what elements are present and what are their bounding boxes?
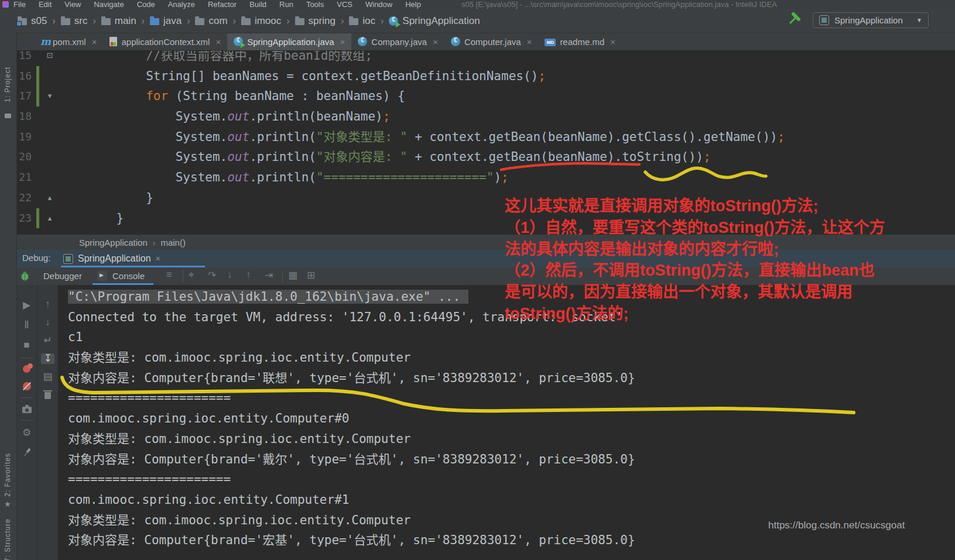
active-tab-underline [93,283,153,285]
build-hammer-icon[interactable] [788,11,802,28]
close-icon[interactable] [431,37,438,47]
breadcrumb-class[interactable]: SpringApplication [79,238,148,248]
thread-dump-camera-button[interactable] [22,407,32,413]
stop-button[interactable]: ■ [23,340,29,351]
menu-analyze[interactable]: Analyze [168,0,195,9]
run-to-cursor-icon[interactable]: ⇥ [265,269,273,281]
code-text: } [87,188,153,208]
menu-vcs[interactable]: VCS [337,0,352,9]
token: System. [87,109,227,123]
code-line[interactable]: 19 System.out.println("对象类型是: " + contex… [0,127,955,147]
tab-readme-md[interactable]: readme.md [538,33,622,50]
close-icon[interactable]: × [156,254,160,263]
breadcrumb-item-springapplication[interactable]: SpringApplication [389,15,480,27]
tab-label: applicationContext.xml [121,37,210,47]
tab-debugger[interactable]: Debugger [43,271,82,281]
clear-console-button[interactable] [45,392,51,399]
console-actions-column: ↑ ↓ ↵ ↧ ▤ [37,285,59,560]
code-text: } [87,208,124,229]
console-line: Connected to the target VM, address: '12… [68,307,955,328]
markdown-icon [545,39,556,46]
code-line[interactable]: 16 String[] beanNames = context.getBeanD… [0,66,955,87]
fold-icon[interactable]: ▴ [45,208,55,229]
menu-refactor[interactable]: Refactor [208,0,237,9]
mute-breakpoints-button[interactable] [23,382,31,390]
pin-tab-button[interactable] [20,446,33,459]
menu-file[interactable]: File [13,0,26,9]
step-out-icon[interactable]: ↑ [246,269,251,281]
menu-navigate[interactable]: Navigate [94,0,124,9]
soft-wrap-button[interactable]: ↵ [43,335,52,346]
code-editor[interactable]: 15⊡ //获取当前容器中，所有beanId的数组;16 String[] be… [0,50,955,234]
tab-springapplication-java[interactable]: SpringApplication.java [227,33,351,50]
folder-icon [61,18,70,25]
up-stack-trace-button[interactable]: ↑ [45,299,50,310]
menu-run[interactable]: Run [279,0,293,9]
menu-view[interactable]: View [64,0,81,9]
breadcrumb-item-main[interactable]: main [101,15,136,27]
breadcrumb-item-src[interactable]: src [61,15,88,27]
close-icon[interactable] [90,37,97,47]
class-run-icon [389,16,398,26]
step-into-icon[interactable]: ↓ [227,269,232,281]
breadcrumb-item-s05[interactable]: s05 [18,15,47,27]
down-stack-trace-button[interactable]: ↓ [45,317,50,328]
console-line: 对象类型是: com.imooc.spring.ioc.entity.Compu… [68,429,955,449]
show-execution-point-icon[interactable]: ⌖ [189,269,194,281]
menu-build[interactable]: Build [249,0,266,9]
breadcrumb-item-imooc[interactable]: imooc [241,15,281,27]
folder-icon [195,18,204,25]
settings-gear-button[interactable]: ⚙ [22,428,31,438]
star-icon: ★ [4,500,11,509]
breadcrumb-item-java[interactable]: java [150,15,182,27]
code-line[interactable]: 17▾ for (String beanName : beanNames) { [0,86,955,106]
restore-layout-icon[interactable]: ⊞ [307,269,315,281]
evaluate-expression-icon[interactable]: ▦ [288,269,297,281]
close-icon[interactable] [608,37,615,47]
step-over-icon[interactable]: ↷ [208,269,216,281]
print-button[interactable]: ▤ [43,372,52,382]
menu-code[interactable]: Code [137,0,155,9]
close-icon[interactable] [525,37,532,47]
fold-icon[interactable]: ⊡ [45,50,55,66]
code-line[interactable]: 21 System.out.println("=================… [0,167,955,188]
debug-console-output[interactable]: "C:\Program Files\Java\jdk1.8.0_162\bin\… [59,285,955,560]
fold-icon[interactable]: ▾ [45,86,55,106]
tab-pom-xml[interactable]: pom.xml [34,33,103,50]
toolwindow-favorites[interactable]: 2: Favorites [4,453,12,497]
spring-xml-icon [109,37,117,46]
code-line[interactable]: 23▴ } [0,208,955,229]
menu-help[interactable]: Help [405,0,421,9]
tab-computer-java[interactable]: Computer.java [444,33,538,50]
toolwindow-structure[interactable]: 7: Structure [4,518,12,560]
chevron-right-icon [182,15,195,27]
run-configuration-select[interactable]: SpringApplication ▼ [813,12,929,28]
token: + context.getBean(beanName).getClass().g… [408,130,778,144]
menu-tools[interactable]: Tools [306,0,324,9]
resume-button[interactable]: ▶ [23,300,30,311]
toolwindow-project[interactable]: 1: Project [4,67,12,102]
tab-applicationcontext-xml[interactable]: applicationContext.xml [103,33,227,50]
code-line[interactable]: 20 System.out.println("对象内容是: " + contex… [0,147,955,167]
breadcrumb-method[interactable]: main() [160,238,186,248]
breadcrumb-item-ioc[interactable]: ioc [349,15,375,27]
code-text: System.out.println("对象内容是: " + context.g… [87,147,711,167]
options-menu-icon[interactable]: ≡ [166,269,172,281]
close-icon[interactable] [214,37,221,47]
tab-company-java[interactable]: Company.java [351,33,444,50]
code-line[interactable]: 15⊡ //获取当前容器中，所有beanId的数组; [0,50,955,66]
menu-edit[interactable]: Edit [39,0,52,9]
breadcrumb-item-com[interactable]: com [195,15,227,27]
fold-icon[interactable]: ▴ [45,188,55,208]
debug-session-tab-label: SpringApplication [78,253,151,264]
breadcrumb-item-spring[interactable]: spring [295,15,336,27]
menu-window[interactable]: Window [365,0,392,9]
pause-button[interactable]: Ⅱ [24,320,29,331]
code-line[interactable]: 22▴ } [0,188,955,208]
view-breakpoints-button[interactable] [23,365,30,373]
debug-session-tab[interactable]: SpringApplication × [63,250,160,267]
close-icon[interactable] [338,37,345,47]
code-line[interactable]: 18 System.out.println(beanName); [0,106,955,127]
tab-console[interactable]: Console [112,271,145,281]
scroll-to-end-button[interactable]: ↧ [41,353,54,364]
